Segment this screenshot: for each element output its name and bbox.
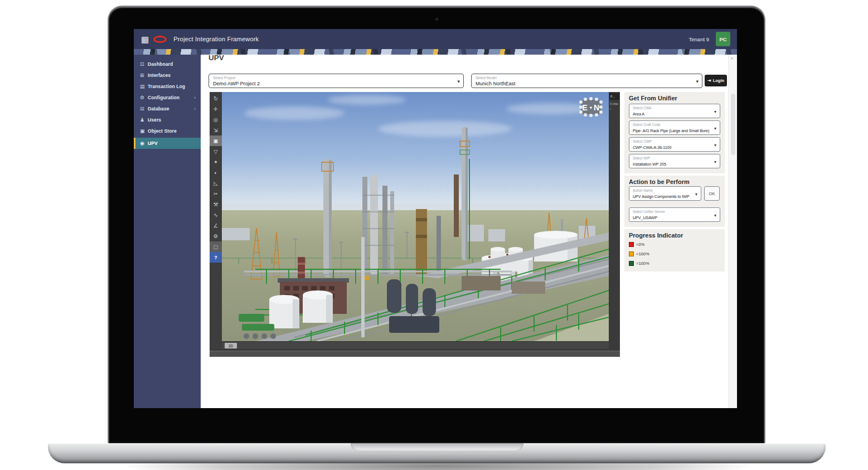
3d-viewer: E N ↻ ✛ ◎ ⇲ ▣ ▽ ✦ ◐ ◺ ✂ ⚒ bbox=[210, 92, 620, 357]
decorative-pattern-strip bbox=[134, 49, 737, 55]
viewer-toolbar: ↻ ✛ ◎ ⇲ ▣ ▽ ✦ ◐ ◺ ✂ ⚒ ∿ ∠ ⚙ ▢ ? bbox=[210, 92, 222, 349]
app-grid-icon[interactable]: ▦ bbox=[141, 35, 149, 43]
sidebar-item-interfaces[interactable]: ⊞ Interfaces bbox=[134, 70, 201, 81]
svg-text:E: E bbox=[582, 103, 587, 112]
tools-tool-icon[interactable]: ⚒ bbox=[210, 199, 222, 210]
laptop-base-notch bbox=[351, 443, 523, 452]
page: ▦ Project Integration Framework Tenant 9… bbox=[0, 0, 868, 470]
legend-item-lt100pct: <100% bbox=[629, 251, 649, 256]
login-label: Login bbox=[713, 78, 724, 83]
craft-code-select-value: Pipe: A/G Rack Pipe (Large and Small Bor… bbox=[633, 128, 711, 133]
login-arrow-icon: ⇥ bbox=[707, 78, 711, 83]
laptop-screen: ▦ Project Integration Framework Tenant 9… bbox=[108, 6, 765, 443]
unifier-server-label: Select Unifier Server bbox=[633, 210, 665, 214]
sidebar-item-transaction-log[interactable]: ▤ Transaction Log bbox=[134, 81, 201, 92]
caret-down-icon: ▾ bbox=[714, 109, 716, 114]
configuration-gear-icon: ⚙ bbox=[140, 95, 148, 100]
cwp-select[interactable]: Select CWP CWP-CWA-A-36-1100 ▾ bbox=[629, 137, 720, 152]
vertical-scrollbar[interactable]: ▴ bbox=[728, 55, 737, 408]
sidebar-item-label: Object Store bbox=[148, 128, 177, 134]
sidebar-item-label: Interfaces bbox=[148, 72, 171, 78]
viewer-status-bar: 3D bbox=[222, 341, 609, 349]
svg-text:N: N bbox=[594, 103, 599, 112]
ok-button[interactable]: OK bbox=[704, 186, 720, 201]
viewer-bottom-strip bbox=[210, 351, 620, 357]
avatar[interactable]: PC bbox=[716, 32, 730, 46]
orbit-tool-icon[interactable]: ↻ bbox=[210, 93, 222, 104]
sidebar-item-upv[interactable]: ◉ UPV bbox=[134, 138, 201, 149]
shading-tool-icon[interactable]: ◐ bbox=[210, 167, 222, 178]
scrollbar-thumb[interactable] bbox=[731, 94, 735, 155]
iwp-select[interactable]: Select IWP Installation WP 205 ▾ bbox=[629, 154, 720, 168]
sidebar-item-database[interactable]: ⊟ Database › bbox=[134, 103, 201, 114]
legend-label: =100% bbox=[636, 261, 649, 266]
sidebar-item-dashboard[interactable]: ⊡ Dashboard bbox=[134, 59, 201, 70]
pin-tool-icon[interactable]: ✦ bbox=[210, 157, 222, 167]
chevron-right-icon: › bbox=[194, 95, 196, 100]
get-from-unifier-title: Get From Unifier bbox=[629, 95, 677, 101]
caret-down-icon: ▾ bbox=[696, 79, 699, 84]
angle-tool-icon[interactable]: ∠ bbox=[210, 220, 222, 231]
sidebar-item-label: Database bbox=[148, 106, 169, 112]
transaction-log-icon: ▤ bbox=[140, 84, 148, 89]
unifier-server-select[interactable]: Select Unifier Server UPV_USAWP ▾ bbox=[629, 207, 720, 222]
pan-tool-icon[interactable]: ✛ bbox=[210, 104, 222, 114]
cwa-select-value: Area A bbox=[633, 112, 711, 117]
legend-swatch-red bbox=[629, 242, 634, 247]
legend-label: =0% bbox=[636, 242, 644, 247]
project-select-label: Select Project bbox=[213, 76, 235, 80]
viewer-side-panel[interactable]: F... 0 obje ▫ bbox=[609, 92, 620, 349]
caret-down-icon: ▾ bbox=[714, 213, 716, 218]
fit-view-tool-icon[interactable]: ⇲ bbox=[210, 125, 222, 135]
sidebar-item-label: Transaction Log bbox=[148, 84, 185, 89]
laptop-base bbox=[48, 443, 826, 463]
model-select-label: Select Model bbox=[476, 76, 497, 80]
select-tool-icon[interactable]: ▣ bbox=[210, 135, 222, 146]
scroll-up-icon[interactable]: ▴ bbox=[731, 56, 733, 60]
side-panel-object-count: 0 obje bbox=[610, 102, 620, 105]
sidebar-item-label: Users bbox=[148, 117, 161, 123]
craft-code-select-label: Select Craft Code bbox=[633, 123, 661, 127]
filter-tool-icon[interactable]: ▽ bbox=[210, 146, 222, 157]
model-select[interactable]: Select Model Munich NorthEast ▾ bbox=[471, 74, 702, 88]
caret-down-icon: ▾ bbox=[714, 143, 716, 148]
sidebar-item-label: UPV bbox=[148, 140, 158, 146]
legend-label: <100% bbox=[636, 251, 649, 256]
legend-swatch-orange bbox=[629, 251, 634, 256]
en-viewer-logo: E N bbox=[578, 96, 604, 118]
login-button[interactable]: ⇥ Login bbox=[705, 75, 727, 86]
interfaces-icon: ⊞ bbox=[140, 72, 148, 78]
users-icon: ♟ bbox=[140, 117, 148, 123]
app-window: ▦ Project Integration Framework Tenant 9… bbox=[134, 29, 737, 408]
sidebar-item-configuration[interactable]: ⚙ Configuration › bbox=[134, 92, 201, 103]
project-select-value: Demo AWP Project 2 bbox=[213, 81, 454, 86]
sidebar-item-users[interactable]: ♟ Users bbox=[134, 114, 201, 125]
unifier-server-value: UPV_USAWP bbox=[633, 215, 711, 220]
action-name-select[interactable]: Action Name UPV Assign Components to IWP… bbox=[629, 186, 701, 201]
craft-code-select[interactable]: Select Craft Code Pipe: A/G Rack Pipe (L… bbox=[629, 120, 720, 135]
3d-scene[interactable]: E N bbox=[222, 92, 609, 341]
zoom-tool-icon[interactable]: ◎ bbox=[210, 114, 222, 125]
document-tool-icon[interactable]: ▢ bbox=[210, 241, 222, 252]
help-tool-icon[interactable]: ? bbox=[210, 252, 222, 263]
measure-tool-icon[interactable]: ◺ bbox=[210, 178, 222, 188]
webcam-dot bbox=[435, 18, 438, 21]
database-icon: ⊟ bbox=[140, 106, 148, 112]
settings-tool-icon[interactable]: ⚙ bbox=[210, 231, 222, 241]
section-cut-tool-icon[interactable]: ✂ bbox=[210, 188, 222, 199]
progress-indicator-title: Progress Indicator bbox=[629, 232, 683, 239]
sidebar-item-object-store[interactable]: ▣ Object Store bbox=[134, 125, 201, 137]
tenant-label: Tenant 9 bbox=[689, 36, 709, 42]
cwa-select[interactable]: Select CWA Area A ▾ bbox=[629, 104, 720, 118]
viewer-3d-tab[interactable]: 3D bbox=[225, 343, 237, 348]
project-select[interactable]: Select Project Demo AWP Project 2 ▾ bbox=[208, 74, 464, 88]
path-tool-icon[interactable]: ∿ bbox=[210, 210, 222, 220]
cwp-select-label: Select CWP bbox=[633, 139, 652, 143]
sidebar-item-label: Dashboard bbox=[148, 61, 173, 67]
chevron-right-icon: › bbox=[194, 106, 196, 112]
caret-down-icon: ▾ bbox=[714, 126, 716, 131]
sidebar-item-label: Configuration bbox=[148, 95, 180, 100]
sidebar: ⊡ Dashboard ⊞ Interfaces ▤ Transaction L… bbox=[134, 55, 201, 408]
side-panel-header: F... bbox=[609, 93, 619, 100]
dashboard-icon: ⊡ bbox=[140, 61, 148, 67]
